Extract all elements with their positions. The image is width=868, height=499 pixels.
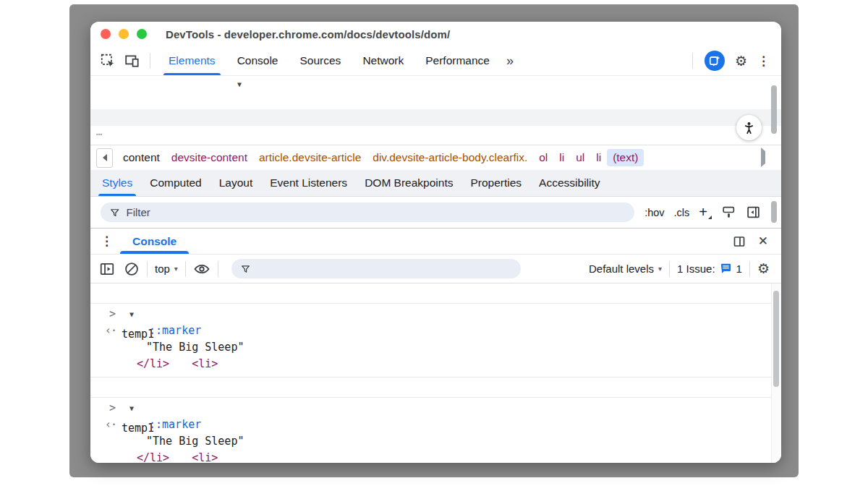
panel-tabs: Elements Console Sources Network Perform… xyxy=(158,46,501,75)
tab-event-listeners[interactable]: Event Listeners xyxy=(261,170,356,196)
close-window-button[interactable] xyxy=(101,29,111,39)
breadcrumb-content[interactable]: content xyxy=(117,149,166,166)
chevron-down-icon: ▾ xyxy=(658,265,662,273)
toolbar-separator xyxy=(150,53,150,69)
ai-assistance-icon[interactable] xyxy=(705,51,725,71)
console-output: > temp1 ‹· ▼ <li> ::marker "The Big Slee… xyxy=(90,283,781,463)
result-marker: ::marker xyxy=(149,324,201,337)
console-filter-field[interactable] xyxy=(231,259,521,278)
console-result-message[interactable]: ‹· ▼ <li> ::marker "The Big Sleep" </li> xyxy=(90,398,781,463)
tab-styles[interactable]: Styles xyxy=(93,170,141,196)
dom-breadcrumbs: content devsite-content article.devsite-… xyxy=(90,145,781,170)
toolbar-separator xyxy=(218,261,218,277)
dom-node-text-selected[interactable]: ⋯ "The Big Sleep"==$0 xyxy=(90,109,781,126)
console-scrollbar-thumb[interactable] xyxy=(773,291,779,387)
dom-node-li-close[interactable]: </li> xyxy=(90,126,781,142)
toolbar-separator xyxy=(185,261,186,277)
settings-gear-icon[interactable]: ⚙ xyxy=(735,54,747,68)
kebab-menu-icon[interactable]: ⋮ xyxy=(757,54,770,69)
issue-message-icon xyxy=(720,263,732,275)
styles-toolbar-controls: :hov .cls + xyxy=(644,204,761,221)
breadcrumb-back-icon[interactable] xyxy=(96,148,113,168)
javascript-context-dropdown[interactable]: top▾ xyxy=(155,263,178,275)
minimize-window-button[interactable] xyxy=(119,29,129,39)
breadcrumb-article[interactable]: article.devsite-article xyxy=(253,149,367,166)
live-expression-eye-icon[interactable] xyxy=(193,260,210,278)
issues-counter[interactable]: 1 Issue: 1 xyxy=(677,263,742,275)
clear-console-icon[interactable] xyxy=(124,261,140,277)
more-tabs-icon[interactable]: » xyxy=(501,54,519,69)
window-title: DevTools - developer.chrome.com/docs/dev… xyxy=(166,28,450,40)
drawer-kebab-menu-icon[interactable]: ⋮ xyxy=(101,234,113,249)
console-input-echo[interactable]: > temp1 xyxy=(90,283,781,304)
toolbar-separator xyxy=(147,261,148,277)
maximize-window-button[interactable] xyxy=(137,29,147,39)
result-li-close: </li> xyxy=(137,357,169,370)
toolbar-separator xyxy=(749,261,750,277)
tab-accessibility[interactable]: Accessibility xyxy=(530,170,608,196)
styles-filter-bar: :hov .cls + xyxy=(90,197,781,228)
console-scrollbar[interactable] xyxy=(771,283,781,463)
result-li-close: </li> xyxy=(137,451,169,463)
toolbar-right-tools: ⚙ ⋮ xyxy=(691,51,770,71)
tab-properties[interactable]: Properties xyxy=(461,170,530,196)
new-style-rule-button[interactable]: + xyxy=(699,204,712,221)
tab-sources[interactable]: Sources xyxy=(289,46,352,75)
toggle-element-state-button[interactable]: :hov xyxy=(644,207,664,218)
collapse-arrow-icon[interactable]: ▼ xyxy=(129,306,134,323)
breadcrumb-li2[interactable]: li xyxy=(590,149,607,166)
tab-console[interactable]: Console xyxy=(226,46,289,75)
drawer-right-controls: ✕ xyxy=(732,234,768,249)
console-sidebar-icon[interactable] xyxy=(99,261,115,277)
breadcrumb-devsite-content[interactable]: devsite-content xyxy=(166,149,253,166)
tab-performance[interactable]: Performance xyxy=(414,46,501,75)
close-drawer-icon[interactable]: ✕ xyxy=(758,234,768,249)
rendering-emulations-icon[interactable] xyxy=(721,205,736,220)
titlebar: DevTools - developer.chrome.com/docs/dev… xyxy=(90,22,781,46)
tab-dom-breakpoints[interactable]: DOM Breakpoints xyxy=(356,170,461,196)
accessibility-fab-button[interactable] xyxy=(736,115,762,140)
breadcrumb-forward-icon[interactable] xyxy=(761,151,775,164)
tab-elements[interactable]: Elements xyxy=(158,46,226,75)
breadcrumb-text-selected[interactable]: (text) xyxy=(607,149,644,166)
dom-node-marker[interactable]: ::marker xyxy=(90,93,781,109)
result-text: "The Big Sleep" xyxy=(146,435,244,448)
breadcrumb-div[interactable]: div.devsite-article-body.clearfix. xyxy=(367,149,533,166)
toolbar-separator xyxy=(669,261,670,277)
console-input-echo[interactable]: > temp1 xyxy=(90,378,781,398)
elements-dom-tree: ▼ <li> ::marker ⋯ "The Big Sleep"==$0 </… xyxy=(90,76,781,145)
filter-funnel-icon xyxy=(240,263,251,275)
tab-layout[interactable]: Layout xyxy=(210,170,262,196)
chevron-down-icon: ▾ xyxy=(174,265,178,273)
dom-node-li-open[interactable]: ▼ <li> xyxy=(90,76,781,93)
collapse-arrow-icon[interactable]: ▼ xyxy=(237,76,242,93)
toolbar-separator xyxy=(692,53,693,69)
computed-sidebar-toggle-icon[interactable] xyxy=(746,205,761,220)
inspect-element-icon[interactable] xyxy=(98,51,118,71)
main-toolbar: Elements Console Sources Network Perform… xyxy=(90,46,781,76)
result-text: "The Big Sleep" xyxy=(146,341,244,354)
drawer-tab-console[interactable]: Console xyxy=(120,229,189,254)
sidebar-pane-tabs: Styles Computed Layout Event Listeners D… xyxy=(90,170,781,197)
device-toolbar-icon[interactable] xyxy=(122,51,142,71)
elements-scrollbar-thumb[interactable] xyxy=(771,85,777,134)
breadcrumb-ol[interactable]: ol xyxy=(533,149,553,166)
element-classes-button[interactable]: .cls xyxy=(674,207,690,218)
console-toolbar: top▾ Default levels▾ 1 Issue: 1 ⚙ xyxy=(90,255,781,283)
console-filter-input[interactable] xyxy=(257,263,512,275)
collapse-arrow-icon[interactable]: ▼ xyxy=(129,400,134,417)
split-panel-icon[interactable] xyxy=(732,234,746,249)
tab-computed[interactable]: Computed xyxy=(141,170,210,196)
devtools-window: DevTools - developer.chrome.com/docs/dev… xyxy=(90,22,781,463)
filter-funnel-icon xyxy=(109,207,120,218)
styles-scrollbar-thumb[interactable] xyxy=(771,201,777,223)
breadcrumb-ul[interactable]: ul xyxy=(570,149,590,166)
result-marker: ::marker xyxy=(149,418,201,431)
console-settings-gear-icon[interactable]: ⚙ xyxy=(757,262,770,276)
styles-filter-field[interactable] xyxy=(101,202,634,222)
console-result-message[interactable]: ‹· ▼ <li> ::marker "The Big Sleep" </li> xyxy=(90,304,781,378)
breadcrumb-li[interactable]: li xyxy=(553,149,570,166)
log-levels-dropdown[interactable]: Default levels▾ xyxy=(589,263,662,275)
tab-network[interactable]: Network xyxy=(352,46,414,75)
styles-filter-input[interactable] xyxy=(126,206,626,218)
